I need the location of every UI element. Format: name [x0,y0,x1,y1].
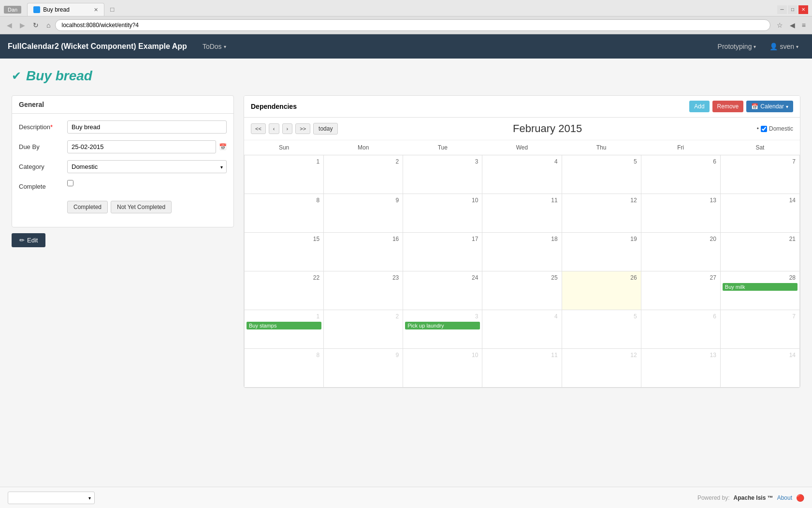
category-select-wrapper: Domestic Work Personal ▾ [67,160,227,173]
calendar-cell-w0-d2[interactable]: 3 [403,155,482,194]
todos-menu[interactable]: ToDos ▾ [197,34,232,59]
calendar-cell-w4-d2[interactable]: 3Pick up laundry [403,310,482,349]
calendar-cell-w4-d6[interactable]: 7 [720,310,799,349]
calendar-cell-w1-d5[interactable]: 13 [641,194,720,233]
calendar-cell-w3-d2[interactable]: 24 [403,271,482,310]
calendar-cell-w2-d1[interactable]: 16 [324,233,403,271]
calendar-view-button[interactable]: 📅 Calendar ▾ [746,101,793,112]
calendar-cell-w5-d5[interactable]: 13 [641,349,720,388]
user-dropdown-arrow: ▾ [796,44,798,49]
today-button[interactable]: today [313,123,338,134]
calendar-cell-w1-d2[interactable]: 10 [403,194,482,233]
calendar-cell-w4-d4[interactable]: 5 [562,310,641,349]
day-number: 14 [723,196,798,205]
calendar-cell-w4-d5[interactable]: 6 [641,310,720,349]
new-tab-button[interactable]: □ [106,3,118,16]
remove-button[interactable]: Remove [712,101,744,112]
calendar-cell-w1-d1[interactable]: 9 [324,194,403,233]
day-thu: Thu [562,140,641,155]
calendar-cell-w5-d0[interactable]: 8 [245,349,324,388]
calendar-cell-w5-d1[interactable]: 9 [324,349,403,388]
calendar-cell-w3-d6[interactable]: 28Buy milk [720,271,799,310]
calendar-cell-w4-d0[interactable]: 1Buy stamps [245,310,324,349]
browser-tab[interactable]: Buy bread ✕ [27,3,104,16]
calendar-cell-w4-d1[interactable]: 2 [324,310,403,349]
category-select[interactable]: Domestic Work Personal [67,160,227,173]
calendar-event[interactable]: Pick up laundry [405,322,480,329]
calendar-event[interactable]: Buy milk [723,283,798,291]
bookmark-button[interactable]: ☆ [774,20,785,30]
url-input[interactable] [61,22,764,29]
back-button[interactable]: ◀ [4,20,15,30]
calendar-cell-w2-d4[interactable]: 19 [562,233,641,271]
calendar-cell-w1-d3[interactable]: 11 [482,194,562,233]
calendar-cell-w0-d5[interactable]: 6 [641,155,720,194]
day-sun: Sun [245,140,324,155]
general-panel: General Description* Due By � [12,95,234,227]
page-title-section: ✔ Buy bread [12,68,800,84]
calendar-cell-w5-d2[interactable]: 10 [403,349,482,388]
not-yet-completed-button[interactable]: Not Yet Completed [111,201,172,213]
url-bar[interactable] [55,19,770,31]
page-title: Buy bread [26,68,92,84]
calendar-icon[interactable]: 📅 [219,143,227,150]
calendar-cell-w5-d6[interactable]: 14 [720,349,799,388]
calendar-cell-w2-d0[interactable]: 15 [245,233,324,271]
complete-checkbox[interactable] [67,180,73,186]
day-number: 10 [405,351,480,359]
prev-button[interactable]: ‹ [269,123,279,134]
description-label: Description* [19,120,67,131]
minimize-button[interactable]: ─ [777,5,787,14]
due-by-label: Due By [19,140,67,150]
day-number: 28 [723,273,798,282]
calendar-cell-w1-d4[interactable]: 12 [562,194,641,233]
tab-close-button[interactable]: ✕ [94,7,98,13]
day-number: 9 [326,196,401,205]
calendar-cell-w3-d4[interactable]: 26 [562,271,641,310]
calendar-cell-w2-d2[interactable]: 17 [403,233,482,271]
calendar-cell-w1-d0[interactable]: 8 [245,194,324,233]
reload-button[interactable]: ↻ [30,20,42,30]
calendar-week-5: 891011121314 [245,349,800,388]
todos-label: ToDos [203,43,222,50]
domestic-filter-checkbox[interactable] [761,126,767,132]
maximize-button[interactable]: □ [788,5,798,14]
calendar-cell-w0-d1[interactable]: 2 [324,155,403,194]
due-by-input[interactable] [67,140,216,153]
edit-button[interactable]: ✏ Edit [12,233,45,247]
calendar-cell-w1-d6[interactable]: 14 [720,194,799,233]
description-input[interactable] [67,120,227,134]
calendar-cell-w3-d3[interactable]: 25 [482,271,562,310]
calendar-cell-w0-d6[interactable]: 7 [720,155,799,194]
calendar-cell-w3-d5[interactable]: 27 [641,271,720,310]
prev-prev-button[interactable]: << [251,123,266,134]
navbar-brand: FullCalendar2 (Wicket Component) Example… [8,42,187,51]
calendar-cell-w2-d6[interactable]: 21 [720,233,799,271]
calendar-toolbar: << ‹ › >> today February 2015 • Domestic [244,118,800,140]
calendar-cell-w0-d3[interactable]: 4 [482,155,562,194]
calendar-cell-w5-d3[interactable]: 11 [482,349,562,388]
calendar-cell-w2-d3[interactable]: 18 [482,233,562,271]
menu-button[interactable]: ≡ [799,20,808,30]
calendar-cell-w5-d4[interactable]: 12 [562,349,641,388]
calendar-cell-w2-d5[interactable]: 20 [641,233,720,271]
calendar-cell-w0-d0[interactable]: 1 [245,155,324,194]
forward-button[interactable]: ▶ [17,20,28,30]
user-menu[interactable]: 👤 sven ▾ [764,34,804,59]
next-button[interactable]: › [282,123,293,134]
home-button[interactable]: ⌂ [44,20,53,30]
day-number: 22 [246,273,321,282]
completed-button[interactable]: Completed [67,201,108,213]
calendar-cell-w3-d1[interactable]: 23 [324,271,403,310]
calendar-cell-w3-d0[interactable]: 22 [245,271,324,310]
user-icon: 👤 [769,43,778,50]
calendar-event[interactable]: Buy stamps [246,322,321,329]
add-button[interactable]: Add [689,101,709,112]
prototyping-menu[interactable]: Prototyping ▾ [712,34,762,59]
calendar-cell-w4-d3[interactable]: 4 [482,310,562,349]
next-next-button[interactable]: >> [295,123,310,134]
calendar-cell-w0-d4[interactable]: 5 [562,155,641,194]
close-button[interactable]: ✕ [798,5,808,14]
day-number: 21 [723,235,798,243]
extension-button[interactable]: ◀ [787,20,798,30]
